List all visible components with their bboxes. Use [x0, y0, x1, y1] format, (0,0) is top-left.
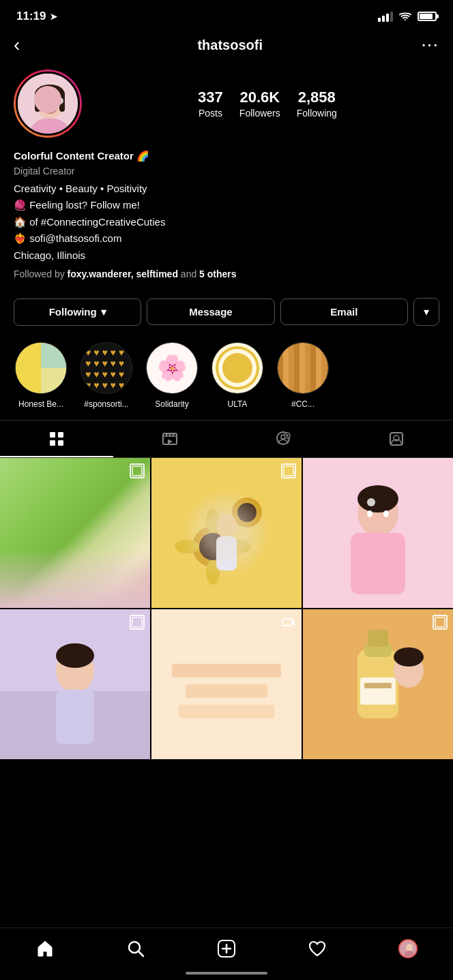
- svg-point-49: [357, 485, 398, 512]
- tab-profile-content[interactable]: [340, 420, 453, 457]
- grid-post-6[interactable]: [303, 609, 453, 759]
- following-stat[interactable]: 2,858 Following: [297, 89, 337, 119]
- svg-point-58: [56, 643, 94, 668]
- reels-icon: [161, 430, 179, 448]
- svg-point-83: [407, 957, 411, 958]
- bio-line-4: ❤️‍🔥 sofi@thatsosofi.com: [14, 231, 439, 247]
- grid-post-5[interactable]: [151, 609, 302, 759]
- tab-grid[interactable]: [0, 420, 113, 457]
- dropdown-icon: ▾: [424, 306, 429, 318]
- svg-rect-15: [50, 432, 55, 438]
- svg-point-22: [169, 434, 171, 436]
- svg-rect-32: [132, 466, 142, 476]
- followed-by-users[interactable]: foxy.wanderer, selftimed: [68, 269, 178, 279]
- svg-point-40: [232, 497, 262, 527]
- multi-post-icon-4: [130, 615, 145, 630]
- following-label: Following: [297, 108, 337, 119]
- message-button[interactable]: Message: [147, 298, 274, 325]
- svg-point-7: [53, 99, 58, 106]
- post-2-image: [151, 458, 302, 608]
- add-icon: [217, 939, 236, 958]
- email-button[interactable]: Email: [280, 298, 408, 325]
- svg-line-77: [138, 951, 143, 956]
- svg-rect-70: [360, 677, 396, 705]
- highlight-label-3: Solidarity: [155, 399, 188, 409]
- highlight-circle-2: ♥ ♥ ♥ ♥ ♥ ♥ ♥ ♥ ♥ ♥ ♥ ♥ ♥ ♥ ♥ ♥ ♥ ♥ ♥ ♥ …: [81, 342, 132, 394]
- svg-point-51: [367, 510, 372, 517]
- avatar-wrapper[interactable]: [14, 70, 82, 138]
- profile-content-icon: [388, 430, 405, 448]
- post-5-image: [151, 609, 302, 759]
- highlight-label-2: #sponsorti...: [84, 399, 128, 409]
- highlight-item-1[interactable]: Honest Be...: [14, 342, 68, 409]
- grid-post-2[interactable]: [151, 458, 302, 608]
- svg-rect-60: [132, 617, 142, 627]
- svg-rect-16: [58, 432, 63, 438]
- svg-rect-17: [50, 440, 55, 446]
- svg-point-10: [57, 97, 63, 104]
- bio-category: Digital Creator: [14, 164, 439, 179]
- highlight-item-2[interactable]: ♥ ♥ ♥ ♥ ♥ ♥ ♥ ♥ ♥ ♥ ♥ ♥ ♥ ♥ ♥ ♥ ♥ ♥ ♥ ♥ …: [79, 342, 134, 409]
- nav-profile[interactable]: [388, 936, 428, 961]
- wifi-icon: [398, 12, 412, 22]
- highlight-3-image: 🌸: [147, 343, 197, 393]
- status-left: 11:19 ➤: [16, 10, 57, 23]
- nav-profile-avatar: [398, 939, 418, 958]
- tab-reels[interactable]: [113, 420, 227, 457]
- svg-point-41: [237, 503, 257, 522]
- nav-home[interactable]: [25, 936, 65, 961]
- back-button[interactable]: ‹: [14, 34, 38, 56]
- followers-stat[interactable]: 20.6K Followers: [239, 89, 280, 119]
- highlight-2-image: ♥ ♥ ♥ ♥ ♥ ♥ ♥ ♥ ♥ ♥ ♥ ♥ ♥ ♥ ♥ ♥ ♥ ♥ ♥ ♥ …: [85, 347, 128, 394]
- svg-rect-69: [368, 630, 388, 647]
- dropdown-button[interactable]: ▾: [413, 298, 439, 326]
- multi-post-icon-6: [433, 615, 448, 630]
- bio-followed-by: Followed by foxy.wanderer, selftimed and…: [14, 267, 439, 281]
- followed-by-count[interactable]: 5 others: [199, 269, 236, 279]
- following-count: 2,858: [298, 89, 336, 106]
- bio-section: Colorful Content Creator 🌈 Digital Creat…: [0, 149, 453, 292]
- highlight-1-image: [16, 342, 66, 394]
- tab-tagged[interactable]: [227, 420, 340, 457]
- highlights-section: Honest Be... ♥ ♥ ♥ ♥ ♥ ♥ ♥ ♥ ♥ ♥ ♥ ♥ ♥ ♥…: [0, 337, 453, 420]
- header-username: thatsosofi: [197, 37, 263, 53]
- nav-search[interactable]: [115, 936, 156, 961]
- svg-rect-63: [186, 684, 267, 698]
- highlight-item-3[interactable]: 🌸 Solidarity: [145, 342, 199, 409]
- nav-add-post[interactable]: [206, 936, 247, 961]
- more-options-button[interactable]: ···: [422, 37, 439, 53]
- svg-rect-43: [216, 536, 237, 570]
- followed-by-text: Followed by: [14, 269, 68, 279]
- svg-rect-64: [179, 705, 274, 718]
- highlight-label-4: ULTA: [228, 399, 248, 409]
- home-indicator: [186, 972, 267, 975]
- grid-post-1[interactable]: [0, 458, 150, 608]
- grid-post-3[interactable]: [303, 458, 453, 608]
- highlight-circle-4: [211, 342, 263, 394]
- following-button[interactable]: Following ▾: [14, 298, 141, 326]
- display-name: Colorful Content Creator 🌈: [14, 149, 439, 164]
- multi-post-icon-5: [281, 615, 296, 630]
- svg-point-35: [199, 533, 227, 560]
- svg-point-34: [192, 526, 233, 567]
- content-tabs: [0, 420, 453, 458]
- heart-icon: [308, 939, 327, 958]
- grid-post-4[interactable]: [0, 609, 150, 759]
- highlight-circle-1: [15, 342, 67, 394]
- posts-count: 337: [198, 89, 223, 106]
- svg-point-73: [394, 647, 424, 667]
- svg-rect-48: [351, 533, 405, 594]
- svg-point-50: [367, 498, 375, 506]
- search-icon: [126, 939, 145, 958]
- avatar: [16, 72, 80, 136]
- posts-stat[interactable]: 337 Posts: [198, 89, 223, 119]
- highlight-item-4[interactable]: ULTA: [210, 342, 265, 409]
- status-bar: 11:19 ➤: [0, 0, 453, 29]
- nav-activity[interactable]: [297, 936, 338, 961]
- svg-point-37: [206, 560, 220, 585]
- svg-rect-4: [35, 93, 40, 112]
- stats-area: 337 Posts 20.6K Followers 2,858 Followin…: [96, 89, 439, 119]
- highlight-5-image: [278, 343, 328, 393]
- chevron-down-icon: ▾: [101, 306, 106, 318]
- highlight-item-5[interactable]: #CC...: [276, 342, 330, 409]
